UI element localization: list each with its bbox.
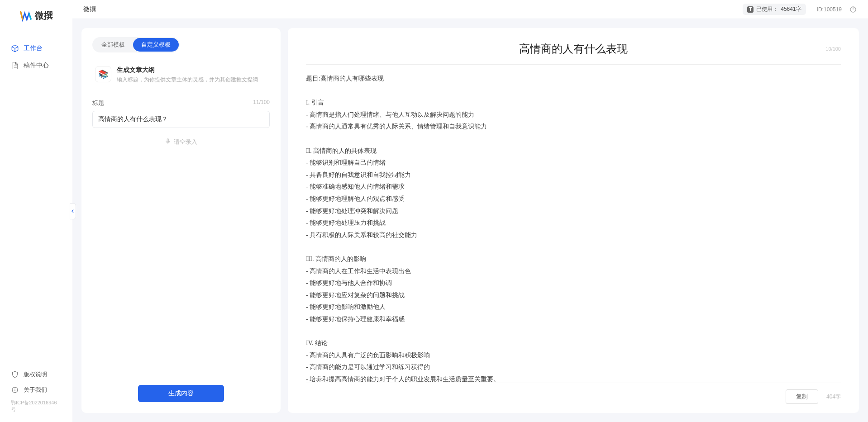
sidebar-item-label: 关于我们 — [24, 386, 47, 394]
right-panel: 高情商的人有什么表现 10/100 题目:高情商的人有哪些表现 I. 引言 - … — [288, 28, 859, 413]
file-icon — [11, 62, 19, 70]
sidebar-item-about[interactable]: 关于我们 — [11, 382, 62, 398]
template-tabs: 全部模板 自定义模板 — [92, 37, 180, 52]
content: 全部模板 自定义模板 📚 生成文章大纲 输入标题，为你提供文章主体的灵感，并为其… — [72, 19, 868, 422]
title-label: 标题 — [92, 99, 104, 107]
template-card[interactable]: 📚 生成文章大纲 输入标题，为你提供文章主体的灵感，并为其创建推文提纲 — [92, 62, 270, 88]
logo: 微撰 — [0, 9, 72, 22]
books-icon: 📚 — [95, 66, 111, 82]
user-id: ID:100519 — [817, 6, 842, 13]
output-word-count: 404字 — [826, 393, 841, 401]
usage-value: 45641字 — [781, 5, 801, 13]
output-body: 题目:高情商的人有哪些表现 I. 引言 - 高情商是指人们处理情绪、与他人互动以… — [306, 73, 841, 383]
output-title-count: 10/100 — [825, 46, 841, 52]
usage-label: 已使用： — [756, 5, 778, 13]
sidebar-item-label: 稿件中心 — [24, 62, 49, 70]
nav: 工作台 稿件中心 — [0, 40, 72, 367]
sidebar-item-workspace[interactable]: 工作台 — [0, 40, 72, 57]
sidebar-item-docs[interactable]: 稿件中心 — [0, 57, 72, 74]
mic-icon — [165, 138, 171, 146]
copy-button[interactable]: 复制 — [786, 389, 818, 404]
sidebar-collapse-handle[interactable] — [70, 203, 76, 219]
title-count: 11/100 — [253, 99, 270, 107]
title-field-section: 标题 11/100 — [92, 99, 270, 128]
logo-text: 微撰 — [35, 9, 53, 22]
tab-all-templates[interactable]: 全部模板 — [93, 38, 133, 52]
icp-text: 鄂ICP备2022016946号 — [0, 398, 72, 413]
logo-icon — [19, 9, 32, 22]
template-title: 生成文章大纲 — [117, 66, 267, 74]
voice-label: 请空录入 — [174, 138, 197, 146]
text-icon: T — [747, 6, 754, 13]
usage-pill: T 已使用： 45641字 — [743, 4, 806, 15]
power-icon[interactable] — [849, 5, 857, 14]
left-panel: 全部模板 自定义模板 📚 生成文章大纲 输入标题，为你提供文章主体的灵感，并为其… — [81, 28, 281, 413]
sidebar-item-copyright[interactable]: 版权说明 — [11, 367, 62, 382]
output-header: 高情商的人有什么表现 10/100 — [306, 42, 841, 65]
shield-icon — [11, 370, 19, 379]
topbar: 微撰 T 已使用： 45641字 ID:100519 — [72, 0, 868, 19]
info-icon — [11, 386, 19, 394]
output-title: 高情商的人有什么表现 — [306, 42, 841, 56]
voice-input-button[interactable]: 请空录入 — [92, 138, 270, 146]
sidebar-bottom: 版权说明 关于我们 — [0, 367, 72, 398]
template-desc: 输入标题，为你提供文章主体的灵感，并为其创建推文提纲 — [117, 76, 267, 84]
tab-custom-templates[interactable]: 自定义模板 — [133, 38, 179, 52]
title-input[interactable] — [92, 111, 270, 128]
sidebar: 微撰 工作台 稿件中心 版权说明 — [0, 0, 72, 422]
sidebar-item-label: 工作台 — [24, 44, 43, 52]
topbar-title: 微撰 — [83, 5, 96, 14]
cube-icon — [11, 44, 19, 52]
svg-rect-2 — [167, 139, 169, 142]
generate-button[interactable]: 生成内容 — [138, 385, 224, 402]
output-footer: 复制 404字 — [306, 383, 841, 404]
main: 微撰 T 已使用： 45641字 ID:100519 全部模板 自定义模板 — [72, 0, 868, 422]
sidebar-item-label: 版权说明 — [24, 370, 47, 379]
